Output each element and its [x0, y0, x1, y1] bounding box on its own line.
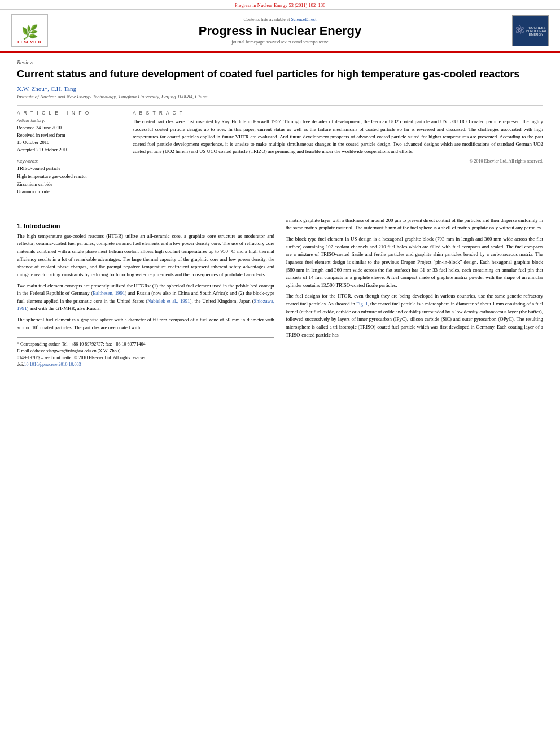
revised-date: 15 October 2010	[17, 139, 121, 146]
body-col-left: 1. Introduction The high temperature gas…	[17, 217, 274, 369]
body-content: 1. Introduction The high temperature gas…	[17, 211, 543, 369]
authors: X.W. Zhou*, C.H. Tang	[17, 85, 543, 92]
body-para-right1: a matrix graphite layer with a thickness…	[286, 217, 543, 232]
received-date: Received 24 June 2010	[17, 124, 121, 132]
contents-available-line: Contents lists available at ScienceDirec…	[54, 17, 506, 22]
body-para3: The spherical fuel element is a graphiti…	[17, 316, 274, 331]
ref-shiozawa: Shiozawa, 1991	[17, 298, 274, 312]
header-divider	[17, 105, 543, 106]
elsevier-logo: 🌿 ELSEVIER	[11, 14, 48, 47]
body-para2: Two main fuel element concepts are prese…	[17, 282, 274, 313]
affiliation: Institute of Nuclear and New Energy Tech…	[17, 94, 543, 99]
history-title: Article history:	[17, 118, 121, 123]
journal-title: Progress in Nuclear Energy	[54, 24, 506, 38]
footnote4: doi:10.1016/j.pnucene.2010.10.003	[17, 361, 274, 368]
contents-text: Contents lists available at	[244, 17, 290, 22]
keywords-section: Keywords: TRISO-coated particle High tem…	[17, 159, 121, 195]
article-title: Current status and future development of…	[17, 68, 543, 81]
body-para1: The high temperature gas-cooled reactors…	[17, 233, 274, 279]
logo-text-right: PROGRESSIN NUCLEARENERGY	[526, 26, 546, 36]
journal-logo-right: ⚛ PROGRESSIN NUCLEARENERGY	[512, 15, 549, 46]
science-direct-link[interactable]: ScienceDirect	[291, 17, 317, 22]
article-info-label: A R T I C L E I N F O	[17, 110, 121, 116]
doi-link[interactable]: 10.1016/j.pnucene.2010.10.003	[24, 362, 81, 367]
ref-balthesen: Balthesen, 1991	[93, 290, 125, 296]
keyword-4: Uranium dioxide	[17, 188, 121, 196]
accepted-date: Accepted 21 October 2010	[17, 146, 121, 154]
body-two-col: 1. Introduction The high temperature gas…	[17, 217, 543, 369]
journal-header-center: Contents lists available at ScienceDirec…	[54, 17, 506, 45]
keyword-3: Zirconium carbide	[17, 181, 121, 189]
journal-header: 🌿 ELSEVIER Contents lists available at S…	[0, 10, 560, 53]
abstract-column: A B S T R A C T The coated particles wer…	[133, 110, 543, 201]
revised-label: Received in revised form	[17, 132, 121, 139]
journal-citation: Progress in Nuclear Energy 53 (2011) 182…	[235, 2, 326, 8]
article-info-column: A R T I C L E I N F O Article history: R…	[17, 110, 121, 201]
article-history: Article history: Received 24 June 2010 R…	[17, 118, 121, 153]
footnote1: * Corresponding author. Tel.: +86 10 897…	[17, 341, 274, 348]
journal-citation-bar: Progress in Nuclear Energy 53 (2011) 182…	[0, 0, 560, 10]
footnote2: E-mail address: xiangwen@tsinghua.edu.cn…	[17, 348, 274, 355]
keyword-2: High temperature gas-cooled reactor	[17, 173, 121, 181]
keywords-title: Keywords:	[17, 159, 121, 164]
section1-heading: 1. Introduction	[17, 222, 274, 229]
footnote-section: * Corresponding author. Tel.: +86 10 897…	[17, 337, 274, 368]
keyword-1: TRISO-coated particle	[17, 165, 121, 173]
ref-nabielek: Nabielek et al., 1991	[147, 298, 190, 304]
article-meta-section: A R T I C L E I N F O Article history: R…	[17, 110, 543, 201]
abstract-text: The coated particles were first invented…	[133, 118, 543, 155]
atom-icon: ⚛	[514, 23, 526, 38]
body-para-right2: The block-type fuel element in US design…	[286, 235, 543, 289]
body-para-right3: The fuel designs for the HTGR, even thou…	[286, 292, 543, 339]
main-content: Review Current status and future develop…	[0, 53, 560, 379]
copyright-line: © 2010 Elsevier Ltd. All rights reserved…	[133, 159, 543, 164]
ref-fig1: Fig. 1	[356, 301, 368, 307]
abstract-label: A B S T R A C T	[133, 110, 543, 116]
elsevier-wordmark: ELSEVIER	[18, 40, 42, 44]
article-type: Review	[17, 59, 543, 65]
elsevier-tree-icon: 🌿	[21, 25, 38, 39]
body-col-right: a matrix graphite layer with a thickness…	[286, 217, 543, 369]
journal-homepage: journal homepage: www.elsevier.com/locat…	[54, 40, 506, 45]
footnote3: 0149-1970/$ – see front matter © 2010 El…	[17, 355, 274, 361]
